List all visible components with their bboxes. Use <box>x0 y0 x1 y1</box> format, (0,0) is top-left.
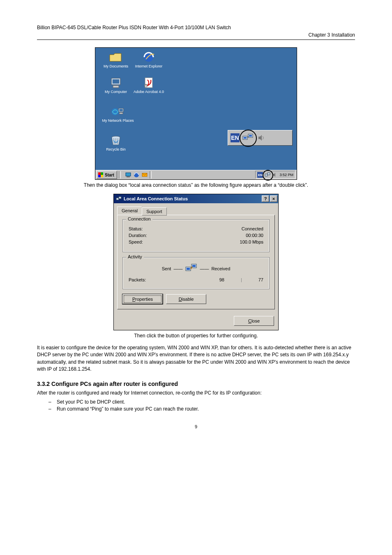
language-indicator[interactable]: EN <box>231 133 240 142</box>
tray-volume-icon[interactable] <box>272 172 278 178</box>
svg-rect-18 <box>126 173 131 176</box>
desktop-icon-network-places[interactable]: My Network Places <box>99 105 136 123</box>
status-label: Status: <box>129 226 143 231</box>
header-rule <box>37 39 355 40</box>
acrobat-icon <box>142 77 156 89</box>
windows-flag-icon <box>98 172 103 177</box>
desktop-icon-my-documents[interactable]: My Documents <box>99 51 132 69</box>
packets-received-value: 77 <box>258 277 263 282</box>
list-item: – Run command “Ping” to make sure your P… <box>48 406 355 412</box>
groupbox-connection: Connection Status: Connected Duration: 0… <box>122 219 270 252</box>
folder-icon <box>109 51 123 63</box>
close-button-label: Close <box>248 318 260 323</box>
paragraph-auto-detect: It is easier to configure the device for… <box>37 344 355 373</box>
dialog-tabs: General Support <box>117 206 275 215</box>
disable-button-label: Disable <box>179 297 194 302</box>
recycle-bin-icon <box>109 134 123 146</box>
duration-value: 00:00:30 <box>246 233 263 238</box>
taskbar-divider <box>150 171 152 179</box>
figure-connection-status-dialog: Local Area Connection Status ? × General… <box>113 194 279 330</box>
svg-point-20 <box>134 172 139 177</box>
taskbar-divider <box>119 171 121 179</box>
dialog-title-icon <box>115 195 122 202</box>
activity-network-icon <box>185 263 197 274</box>
activity-received-label: Received <box>211 266 230 271</box>
groupbox-activity-legend: Activity <box>126 254 144 259</box>
tab-pane-general: Connection Status: Connected Duration: 0… <box>117 215 275 309</box>
section-bullets: – Set your PC to be DHCP client. – Run c… <box>48 399 355 412</box>
bullet-text: Run command “Ping” to make sure your PC … <box>57 406 199 412</box>
desktop-icon-ie[interactable]: Internet Explorer <box>132 51 165 69</box>
properties-button[interactable]: Properties <box>122 294 163 304</box>
tray-network-icon[interactable] <box>265 172 270 178</box>
duration-label: Duration: <box>129 233 147 238</box>
packets-sent-value: 98 <box>219 277 224 282</box>
svg-rect-19 <box>127 176 130 177</box>
svg-rect-31 <box>192 265 196 267</box>
desktop-icon-recycle-bin[interactable]: Recycle Bin <box>99 134 132 152</box>
quick-launch <box>125 172 148 178</box>
start-button-label: Start <box>105 173 114 177</box>
bullet-dash: – <box>48 406 53 412</box>
network-tray-icon[interactable] <box>241 132 255 144</box>
network-places-icon <box>111 105 125 118</box>
figure-desktop-screenshot: My Documents Internet Explorer My Co <box>95 47 297 180</box>
tab-support[interactable]: Support <box>142 207 167 216</box>
svg-marker-24 <box>273 173 275 177</box>
svg-rect-10 <box>119 113 123 114</box>
desktop-icon-acrobat[interactable]: Adobe Acrobat 4.0 <box>132 77 165 94</box>
system-tray: EN 3:52 PM <box>255 171 295 179</box>
bullet-dash: – <box>48 399 53 405</box>
dialog-titlebar[interactable]: Local Area Connection Status ? × <box>114 194 278 203</box>
dialog-title: Local Area Connection Status <box>124 196 188 201</box>
desktop-icon-my-computer[interactable]: My Computer <box>99 77 132 94</box>
svg-rect-26 <box>119 197 121 199</box>
properties-button-label: Properties <box>132 297 153 302</box>
desktop-icon-label: My Documents <box>99 64 132 69</box>
section-intro: After the router is configured and ready… <box>37 390 355 397</box>
close-button[interactable]: Close <box>234 316 274 326</box>
tray-clock: 3:52 PM <box>279 173 293 177</box>
tab-support-label: Support <box>146 209 162 214</box>
svg-rect-4 <box>113 86 119 88</box>
page-number: 9 <box>37 424 355 429</box>
svg-rect-13 <box>244 137 247 139</box>
desktop-icon-label: My Computer <box>99 90 132 94</box>
bullet-text: Set your PC to be DHCP client. <box>57 399 125 405</box>
svg-rect-22 <box>265 174 267 176</box>
disable-button[interactable]: Disable <box>166 294 206 304</box>
dialog-help-button[interactable]: ? <box>262 195 269 202</box>
close-icon: × <box>272 196 275 201</box>
svg-rect-15 <box>249 135 252 137</box>
tray-zoom-inset: EN <box>228 130 293 146</box>
ie-icon <box>142 51 156 63</box>
header-product: Billion BIPAC-645 DSL/Cable Router Plus … <box>37 25 231 30</box>
dialog-close-button[interactable]: × <box>270 195 277 202</box>
header-chapter: Chapter 3 Installation <box>309 32 355 38</box>
desktop-icon-label: Adobe Acrobat 4.0 <box>132 90 165 94</box>
quick-launch-ie-icon[interactable] <box>133 172 140 178</box>
svg-rect-9 <box>119 109 123 111</box>
section-heading: 3.3.2 Configure PCs again after router i… <box>37 381 355 387</box>
speed-label: Speed: <box>129 239 143 244</box>
activity-dash: —— <box>173 266 182 271</box>
speed-value: 100.0 Mbps <box>240 239 263 244</box>
list-item: – Set your PC to be DHCP client. <box>48 399 355 405</box>
activity-dash: —— <box>200 266 209 271</box>
tab-general[interactable]: General <box>117 207 142 215</box>
tray-language-icon[interactable]: EN <box>257 172 263 178</box>
groupbox-activity: Activity Sent —— <box>122 257 270 289</box>
start-button[interactable]: Start <box>96 171 117 179</box>
volume-tray-icon[interactable] <box>257 133 266 142</box>
figure2-caption: Then click the button of properties for … <box>37 333 355 339</box>
quick-launch-desktop-icon[interactable] <box>125 172 131 178</box>
figure1-caption: Then the dialog box “local area connecti… <box>37 182 355 188</box>
language-indicator-label: EN <box>231 135 239 141</box>
desktop-icon-label: Internet Explorer <box>132 64 165 69</box>
svg-rect-29 <box>187 268 190 270</box>
packets-label: Packets: <box>129 277 146 282</box>
svg-point-7 <box>112 108 119 115</box>
quick-launch-outlook-icon[interactable] <box>141 172 148 178</box>
taskbar: Start EN <box>95 170 297 179</box>
activity-sent-label: Sent <box>162 266 171 271</box>
